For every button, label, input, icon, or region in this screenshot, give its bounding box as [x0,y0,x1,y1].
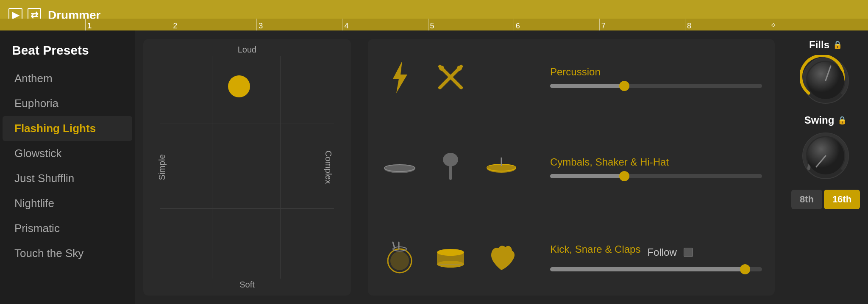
fills-section: Fills 🔒 [800,39,851,106]
cymbals-controls: Cymbals, Shaker & Hi-Hat [542,156,762,178]
sidebar-item-prismatic[interactable]: Prismatic [3,216,132,241]
sidebar-item-flashing-lights[interactable]: Flashing Lights [3,116,132,141]
fills-lock-icon[interactable]: 🔒 [833,40,842,50]
pad-label-soft: Soft [239,280,255,290]
pad-dot[interactable] [228,75,250,97]
ruler-marker-5: 5 [428,19,514,30]
kick-icons [381,238,542,276]
svg-point-7 [443,153,458,166]
pad-label-simple: Simple [157,154,167,180]
grid-line-h2 [160,208,334,209]
end-marker: ⬦ [771,19,783,30]
follow-label: Follow [647,246,676,258]
ruler-marker-7: 7 [599,19,685,30]
16th-note-button[interactable]: 16th [824,190,860,209]
sidebar-item-nightlife[interactable]: Nightlife [3,191,132,216]
sidebar-item-euphoria[interactable]: Euphoria [3,91,132,116]
bass-drum-icon[interactable] [381,238,419,276]
pad-area[interactable]: Loud Soft Simple Complex [143,39,351,296]
cymbals-slider-thumb[interactable] [619,171,629,181]
pad-label-loud: Loud [238,45,257,55]
preset-list: Anthem Euphoria Flashing Lights Glowstic… [0,66,135,266]
snare-icon[interactable] [431,238,470,276]
main-container: Beat Presets Anthem Euphoria Flashing Li… [0,30,868,304]
sidebar: Beat Presets Anthem Euphoria Flashing Li… [0,30,135,304]
grid-line-h1 [160,124,334,124]
svg-point-3 [439,66,444,71]
ruler-marker-8: 8 [685,19,771,30]
sidebar-item-touch-the-sky[interactable]: Touch the Sky [3,241,132,266]
percussion-label: Percussion [550,66,762,78]
pad-label-complex: Complex [323,151,333,184]
percussion-slider[interactable] [550,84,762,88]
percussion-icons [381,58,542,96]
cross-sticks-icon[interactable] [431,58,470,96]
svg-point-13 [390,251,409,270]
lightning-icon[interactable] [381,58,419,96]
grid-line-v2 [280,56,281,279]
drum-row-cymbals: Cymbals, Shaker & Hi-Hat [381,142,762,193]
fills-label-row: Fills 🔒 [809,39,842,51]
cymbals-slider[interactable] [550,174,762,178]
kick-slider-fill [550,267,745,271]
cymbals-icons [381,148,542,186]
fills-knob[interactable] [800,55,851,106]
sidebar-item-just-shufflin[interactable]: Just Shufflin [3,166,132,191]
fills-label: Fills [809,39,829,51]
sidebar-title: Beat Presets [0,39,135,66]
cymbals-label: Cymbals, Shaker & Hi-Hat [550,156,762,168]
ruler-marker-3: 3 [256,19,342,30]
swing-lock-icon[interactable]: 🔒 [837,116,847,125]
kick-controls: Kick, Snare & Claps Follow [542,243,762,271]
swing-label-row: Swing 🔒 [804,114,847,126]
hand-clap-icon[interactable] [482,238,520,276]
svg-rect-8 [449,166,452,180]
kick-label: Kick, Snare & Claps [550,243,640,255]
ruler-marker-1: 1 [85,19,171,30]
ruler-marker-4: 4 [342,19,428,30]
right-panel: Fills 🔒 [783,30,868,304]
grid-line-v1 [212,56,212,279]
percussion-slider-thumb[interactable] [619,81,629,91]
svg-point-4 [457,66,462,71]
tambourine-icon[interactable] [381,148,419,186]
8th-note-button[interactable]: 8th [791,190,822,209]
pad-grid[interactable]: Loud Soft Simple Complex [143,39,351,296]
drums-area: Percussion [368,39,775,296]
ruler-bar: ▶ ⇄ Drummer 1 2 3 4 5 6 7 8 ⬦ [0,0,868,30]
kick-label-row: Kick, Snare & Claps Follow [550,243,762,261]
svg-point-18 [437,249,464,256]
svg-marker-0 [393,61,407,93]
sidebar-item-anthem[interactable]: Anthem [3,66,132,91]
percussion-slider-fill [550,84,624,88]
hihat-icon[interactable] [482,148,520,186]
cymbals-slider-fill [550,174,624,178]
kick-slider-thumb[interactable] [740,264,750,274]
percussion-controls: Percussion [542,66,762,88]
ruler-marker-6: 6 [514,19,599,30]
ruler-marker-2: 2 [171,19,256,30]
drum-row-percussion: Percussion [381,52,762,102]
swing-knob[interactable] [800,130,851,181]
drum-row-kick: Kick, Snare & Claps Follow [381,232,762,283]
follow-checkbox[interactable] [684,248,693,257]
maraca-icon[interactable] [431,148,470,186]
swing-section: Swing 🔒 [800,114,851,181]
kick-slider[interactable] [550,267,762,271]
note-buttons: 8th 16th [791,190,860,209]
sidebar-item-glowstick[interactable]: Glowstick [3,141,132,166]
swing-label: Swing [804,114,835,126]
